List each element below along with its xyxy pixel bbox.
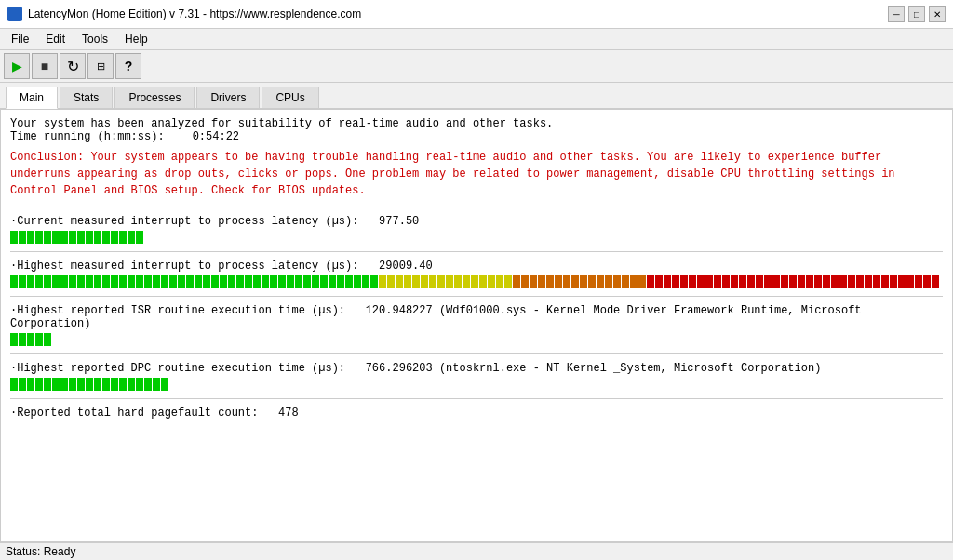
tab-stats[interactable]: Stats bbox=[60, 87, 113, 108]
metric-isr: ·Highest reported ISR routine execution … bbox=[10, 304, 943, 346]
maximize-button[interactable]: □ bbox=[908, 6, 925, 22]
title-bar: LatencyMon (Home Edition) v 7.31 - https… bbox=[0, 0, 953, 29]
tab-processes[interactable]: Processes bbox=[114, 87, 195, 108]
metric-2-label: ·Highest measured interrupt to process l… bbox=[10, 260, 943, 273]
bar-1 bbox=[10, 231, 943, 244]
metric-highest-interrupt: ·Highest measured interrupt to process l… bbox=[10, 260, 943, 288]
time-line: Time running (h:mm:ss): 0:54:22 bbox=[10, 130, 943, 143]
metric-4-label: ·Highest reported DPC routine execution … bbox=[10, 362, 943, 375]
menu-help[interactable]: Help bbox=[117, 31, 155, 47]
status-bar: Status: Ready bbox=[0, 542, 953, 560]
minimize-button[interactable]: ─ bbox=[888, 6, 905, 22]
tab-drivers[interactable]: Drivers bbox=[196, 87, 260, 108]
analyzed-line: Your system has been analyzed for suitab… bbox=[10, 117, 943, 130]
metric-3-label: ·Highest reported ISR routine execution … bbox=[10, 304, 943, 330]
bar-3 bbox=[10, 333, 943, 346]
main-content: Your system has been analyzed for suitab… bbox=[0, 109, 953, 542]
metric-current-interrupt: ·Current measured interrupt to process l… bbox=[10, 215, 943, 244]
divider-5 bbox=[10, 398, 943, 399]
tab-main[interactable]: Main bbox=[6, 87, 58, 109]
title-bar-controls[interactable]: ─ □ ✕ bbox=[888, 6, 946, 22]
window-title: LatencyMon (Home Edition) v 7.31 - https… bbox=[28, 7, 361, 20]
metric-dpc: ·Highest reported DPC routine execution … bbox=[10, 362, 943, 391]
divider-2 bbox=[10, 251, 943, 252]
title-bar-left: LatencyMon (Home Edition) v 7.31 - https… bbox=[7, 7, 361, 21]
toolbar: ▶ ■ ↻ ⊞ ? bbox=[0, 50, 953, 83]
metric-pagefault: ·Reported total hard pagefault count: 47… bbox=[10, 407, 943, 420]
refresh-button[interactable]: ↻ bbox=[60, 53, 86, 79]
metric-5-label: ·Reported total hard pagefault count: 47… bbox=[10, 407, 943, 420]
menu-file[interactable]: File bbox=[4, 31, 36, 47]
metric-1-label: ·Current measured interrupt to process l… bbox=[10, 215, 943, 228]
stop-button[interactable]: ■ bbox=[32, 53, 58, 79]
app-icon bbox=[7, 7, 22, 21]
close-button[interactable]: ✕ bbox=[929, 6, 946, 22]
menu-tools[interactable]: Tools bbox=[74, 31, 115, 47]
analyzed-text: Your system has been analyzed for suitab… bbox=[10, 117, 553, 130]
bar-2 bbox=[10, 275, 943, 288]
time-value: 0:54:22 bbox=[193, 130, 239, 143]
status-text: Status: Ready bbox=[6, 545, 75, 558]
tab-bar: Main Stats Processes Drivers CPUs bbox=[0, 83, 953, 109]
menu-bar: File Edit Tools Help bbox=[0, 29, 953, 50]
divider-3 bbox=[10, 296, 943, 297]
info-section: Your system has been analyzed for suitab… bbox=[10, 117, 943, 143]
view-button[interactable]: ⊞ bbox=[87, 53, 114, 79]
menu-edit[interactable]: Edit bbox=[38, 31, 73, 47]
conclusion-text: Conclusion: Your system appears to be ha… bbox=[10, 149, 943, 199]
help-button[interactable]: ? bbox=[115, 53, 141, 79]
bar-4 bbox=[10, 378, 943, 391]
time-label: Time running (h:mm:ss): bbox=[10, 130, 165, 143]
divider-1 bbox=[10, 207, 943, 207]
divider-4 bbox=[10, 353, 943, 354]
play-button[interactable]: ▶ bbox=[4, 53, 30, 79]
tab-cpus[interactable]: CPUs bbox=[262, 87, 318, 108]
